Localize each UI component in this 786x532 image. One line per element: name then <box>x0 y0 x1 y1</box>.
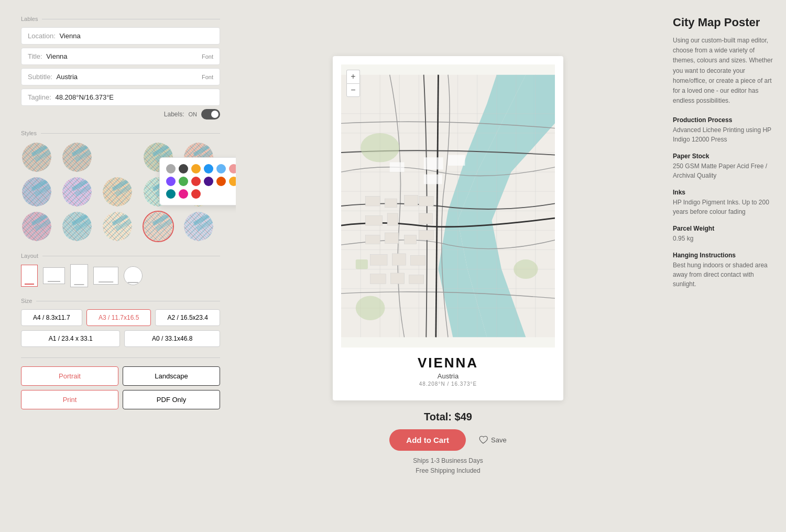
layout-portrait2[interactable] <box>70 264 88 287</box>
style-option-6[interactable] <box>21 176 52 208</box>
labels-toggle-state: ON <box>189 111 198 117</box>
portrait2-icon <box>70 264 88 287</box>
location-value: Vienna <box>59 32 80 40</box>
style-option-13[interactable] <box>102 211 133 242</box>
location-key: Location: <box>28 32 56 40</box>
orientation-type-grid: Portrait Landscape Print PDF Only <box>21 366 220 409</box>
color-dot-lightblue[interactable] <box>216 164 226 173</box>
color-dot-amber[interactable] <box>229 177 236 186</box>
size-a4[interactable]: A4 / 8.3x11.7 <box>21 309 82 326</box>
style-option-12[interactable] <box>61 211 93 242</box>
layout-portrait[interactable] <box>21 265 38 287</box>
svg-rect-30 <box>419 196 433 206</box>
color-dot-purple[interactable] <box>166 177 176 186</box>
svg-rect-40 <box>356 259 368 269</box>
svg-rect-31 <box>419 213 432 224</box>
svg-rect-27 <box>365 235 380 244</box>
zoom-in-button[interactable]: + <box>346 70 360 83</box>
title-field[interactable]: Title: Vienna Font <box>21 48 220 65</box>
spec-item-0: Production ProcessAdvanced Lichee Printi… <box>673 116 773 144</box>
zoom-out-button[interactable]: − <box>346 83 360 97</box>
size-grid-row1: A4 / 8.3x11.7 A3 / 11.7x16.5 A2 / 16.5x2… <box>21 309 220 326</box>
color-dot-orange[interactable] <box>191 164 201 173</box>
save-button[interactable]: Save <box>478 435 507 444</box>
product-description: Using our custom-built map editor, choos… <box>673 36 773 106</box>
total-label: Total: <box>424 411 452 422</box>
color-dot-teal[interactable] <box>166 189 176 199</box>
subtitle-value: Austria <box>57 73 78 81</box>
color-dot-darkpurple[interactable] <box>204 177 213 186</box>
landscape-icon <box>43 267 65 284</box>
color-picker-popup <box>159 157 236 205</box>
svg-rect-44 <box>448 155 465 165</box>
svg-point-42 <box>356 296 385 320</box>
landscape2-icon <box>93 267 118 285</box>
layout-landscape2[interactable] <box>93 267 118 285</box>
styles-heading: Styles <box>21 130 220 136</box>
size-a3[interactable]: A3 / 11.7x16.5 <box>86 309 151 326</box>
print-button[interactable]: Print <box>21 390 118 409</box>
size-a0[interactable]: A0 / 33.1x46.8 <box>124 330 220 347</box>
svg-rect-43 <box>424 157 443 169</box>
svg-rect-29 <box>405 235 417 244</box>
style-option-14-selected[interactable] <box>143 211 174 242</box>
svg-rect-34 <box>392 254 406 265</box>
size-heading: Size <box>21 298 220 304</box>
style-option-2[interactable] <box>61 142 93 173</box>
layout-heading: Layout <box>21 253 220 259</box>
landscape-button[interactable]: Landscape <box>123 366 220 386</box>
subtitle-font-button[interactable]: Font <box>202 74 213 80</box>
size-a2[interactable]: A2 / 16.5x23.4 <box>155 309 220 326</box>
layout-circle[interactable] <box>124 266 143 285</box>
map-preview-wrapper: + − <box>333 56 563 400</box>
pdf-only-button[interactable]: PDF Only <box>123 390 220 409</box>
layout-section: Layout <box>21 253 220 287</box>
color-dot-pink[interactable] <box>229 164 236 173</box>
divider <box>21 357 220 358</box>
layout-options <box>21 264 220 287</box>
size-a1[interactable]: A1 / 23.4 x 33.1 <box>21 330 120 347</box>
spec-label-3: Parcel Weight <box>673 225 773 232</box>
spec-label-4: Hanging Instructions <box>673 252 773 259</box>
color-dot-blue[interactable] <box>204 164 213 173</box>
title-font-button[interactable]: Font <box>202 53 213 60</box>
spec-item-2: InksHP Indigo Pigment Inks. Up to 200 ye… <box>673 189 773 216</box>
shipping-info: Ships 1-3 Business Days Free Shipping In… <box>389 456 506 476</box>
tagline-field[interactable]: Tagline: 48.208°N/16.373°E <box>21 89 220 106</box>
color-dot-green[interactable] <box>179 177 188 186</box>
color-dots <box>166 164 236 199</box>
color-dot-red2[interactable] <box>191 189 201 199</box>
add-to-cart-button[interactable]: Add to Cart <box>389 429 466 451</box>
map-svg <box>341 64 555 348</box>
style-option-7[interactable] <box>61 176 93 208</box>
layout-landscape[interactable] <box>43 267 65 284</box>
subtitle-field[interactable]: Subtitle: Austria Font <box>21 68 220 85</box>
svg-rect-46 <box>390 162 405 172</box>
map-controls: + − <box>346 70 360 97</box>
style-option-11[interactable] <box>21 211 52 242</box>
portrait-button[interactable]: Portrait <box>21 366 118 386</box>
style-option-8[interactable] <box>102 176 133 208</box>
color-dot-gray[interactable] <box>166 164 176 173</box>
spec-label-1: Paper Stock <box>673 153 773 160</box>
color-dot-darkgray[interactable] <box>179 164 188 173</box>
svg-rect-36 <box>370 274 386 284</box>
color-dot-red[interactable] <box>191 177 201 186</box>
portrait-icon <box>21 265 38 287</box>
color-dot-magenta[interactable] <box>179 189 188 199</box>
style-option-15[interactable] <box>183 211 214 242</box>
svg-rect-38 <box>409 275 424 284</box>
svg-point-39 <box>361 133 399 162</box>
labels-toggle-switch[interactable] <box>201 109 220 120</box>
style-option-1[interactable] <box>21 142 52 173</box>
spec-item-1: Paper Stock250 GSM Matte Paper Acid Free… <box>673 153 773 180</box>
labels-heading: Lables <box>21 16 220 22</box>
color-dot-darkorange[interactable] <box>216 177 226 186</box>
title-key: Title: <box>28 52 42 60</box>
location-field[interactable]: Location: Vienna <box>21 27 220 45</box>
svg-point-41 <box>514 259 538 279</box>
spec-label-2: Inks <box>673 189 773 196</box>
style-color-picker-area <box>102 142 139 173</box>
heart-icon <box>478 435 488 444</box>
map-title-area: VIENNA Austria 48.208°N / 16.373°E <box>341 348 555 392</box>
